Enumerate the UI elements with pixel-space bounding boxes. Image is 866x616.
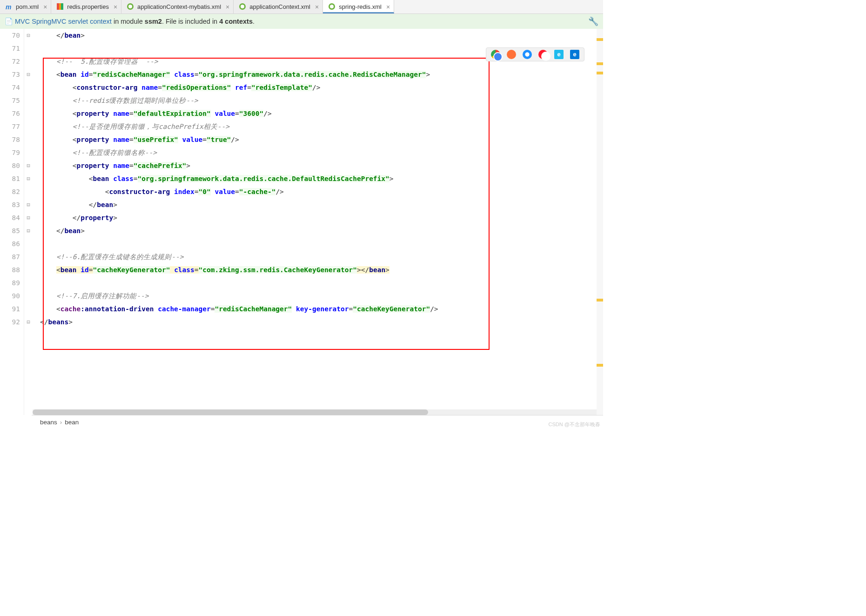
line-number: 87 bbox=[0, 250, 20, 263]
code-line[interactable] bbox=[40, 276, 603, 289]
fold-toggle bbox=[24, 302, 33, 315]
close-icon[interactable]: × bbox=[386, 3, 390, 11]
fold-toggle[interactable]: ⊟ bbox=[24, 198, 33, 211]
chrome-icon[interactable] bbox=[491, 50, 500, 59]
fold-toggle[interactable]: ⊟ bbox=[24, 159, 33, 172]
line-number: 83 bbox=[0, 198, 20, 211]
code-editor[interactable]: 7071727374757677787980818283848586878889… bbox=[0, 29, 603, 415]
close-icon[interactable]: × bbox=[226, 3, 229, 11]
tab-label: pom.xml bbox=[16, 3, 39, 10]
fold-toggle bbox=[24, 250, 33, 263]
code-line[interactable]: <!--是否使用缓存前缀，与cachePrefix相关--> bbox=[40, 120, 603, 133]
code-line[interactable]: <constructor-arg index="0" value="-cache… bbox=[40, 185, 603, 198]
code-content[interactable]: </bean> <!-- 5.配置缓存管理器 --> <bean id="red… bbox=[33, 29, 603, 415]
stripe-mark[interactable] bbox=[597, 38, 603, 41]
fold-toggle bbox=[24, 107, 33, 120]
code-line[interactable]: </bean> bbox=[40, 198, 603, 211]
line-number: 81 bbox=[0, 172, 20, 185]
line-number: 88 bbox=[0, 263, 20, 276]
open-in-browser-toolbar: ee bbox=[486, 47, 584, 61]
context-link[interactable]: MVC SpringMVC servlet context bbox=[15, 18, 112, 25]
code-line[interactable]: <property name="usePrefix" value="true"/… bbox=[40, 133, 603, 146]
code-line[interactable]: <!--6.配置缓存生成键名的生成规则--> bbox=[40, 250, 603, 263]
code-line[interactable]: <property name="defaultExpiration" value… bbox=[40, 107, 603, 120]
code-line[interactable]: <cache:annotation-driven cache-manager="… bbox=[40, 302, 603, 315]
code-line[interactable]: </bean> bbox=[40, 29, 603, 42]
editor-tab[interactable]: redis.properties× bbox=[51, 0, 121, 13]
scrollbar-thumb[interactable] bbox=[33, 409, 428, 415]
file-type-icon bbox=[329, 3, 336, 11]
wrench-icon[interactable]: 🔧 bbox=[588, 16, 598, 27]
tab-label: spring-redis.xml bbox=[339, 3, 382, 10]
stripe-mark[interactable] bbox=[597, 72, 603, 74]
opera-icon[interactable] bbox=[538, 50, 548, 59]
fold-toggle bbox=[24, 55, 33, 68]
line-number: 84 bbox=[0, 211, 20, 224]
stripe-mark[interactable] bbox=[597, 299, 603, 301]
code-line[interactable]: </beans> bbox=[40, 315, 603, 328]
file-type-icon: m bbox=[6, 3, 13, 11]
fold-gutter[interactable]: ⊟⊟⊟⊟⊟⊟⊟⊟ bbox=[24, 29, 33, 415]
fold-toggle bbox=[24, 133, 33, 146]
code-line[interactable]: </bean> bbox=[40, 224, 603, 237]
file-type-icon bbox=[239, 3, 247, 11]
safari-icon[interactable] bbox=[523, 50, 532, 59]
fold-toggle bbox=[24, 289, 33, 302]
line-number-gutter: 7071727374757677787980818283848586878889… bbox=[0, 29, 24, 415]
fold-toggle bbox=[24, 81, 33, 94]
code-line[interactable]: <property name="cachePrefix"> bbox=[40, 159, 603, 172]
code-line[interactable]: <!--配置缓存前缀名称--> bbox=[40, 146, 603, 159]
stripe-mark[interactable] bbox=[597, 62, 603, 65]
fold-toggle[interactable]: ⊟ bbox=[24, 68, 33, 81]
error-stripe[interactable] bbox=[597, 29, 603, 415]
fold-toggle[interactable]: ⊟ bbox=[24, 224, 33, 237]
code-line[interactable]: <!--redis缓存数据过期时间单位秒--> bbox=[40, 94, 603, 107]
structure-breadcrumb[interactable]: beans›bean bbox=[32, 415, 603, 429]
line-number: 75 bbox=[0, 94, 20, 107]
line-number: 90 bbox=[0, 289, 20, 302]
fold-toggle bbox=[24, 42, 33, 55]
code-line[interactable]: <bean id="redisCacheManager" class="org.… bbox=[40, 68, 603, 81]
line-number: 71 bbox=[0, 42, 20, 55]
fold-toggle bbox=[24, 146, 33, 159]
code-line[interactable]: <constructor-arg name="redisOperations" … bbox=[40, 81, 603, 94]
line-number: 70 bbox=[0, 29, 20, 42]
firefox-icon[interactable] bbox=[507, 50, 516, 59]
editor-tab-bar: mpom.xml×redis.properties×applicationCon… bbox=[0, 0, 603, 14]
line-number: 76 bbox=[0, 107, 20, 120]
code-line[interactable]: </property> bbox=[40, 211, 603, 224]
line-number: 78 bbox=[0, 133, 20, 146]
fold-toggle[interactable]: ⊟ bbox=[24, 315, 33, 328]
code-line[interactable]: <bean id="cacheKeyGenerator" class="com.… bbox=[40, 263, 603, 276]
stripe-mark[interactable] bbox=[597, 364, 603, 367]
editor-tab[interactable]: applicationContext-mybatis.xml× bbox=[121, 0, 234, 13]
close-icon[interactable]: × bbox=[315, 3, 319, 11]
tab-label: applicationContext-mybatis.xml bbox=[137, 3, 221, 10]
chevron-right-icon: › bbox=[60, 419, 62, 426]
fold-toggle bbox=[24, 237, 33, 250]
file-type-icon bbox=[57, 3, 64, 11]
line-number: 89 bbox=[0, 276, 20, 289]
fold-toggle[interactable]: ⊟ bbox=[24, 172, 33, 185]
fold-toggle bbox=[24, 94, 33, 107]
breadcrumb-item[interactable]: bean bbox=[65, 419, 79, 426]
edge-icon[interactable]: e bbox=[570, 50, 579, 59]
breadcrumb-item[interactable]: beans bbox=[40, 419, 57, 426]
editor-tab[interactable]: spring-redis.xml× bbox=[323, 0, 394, 13]
code-line[interactable] bbox=[40, 237, 603, 250]
horizontal-scrollbar[interactable] bbox=[33, 409, 597, 415]
editor-tab[interactable]: applicationContext.xml× bbox=[234, 0, 323, 13]
line-number: 77 bbox=[0, 120, 20, 133]
fold-toggle[interactable]: ⊟ bbox=[24, 29, 33, 42]
close-icon[interactable]: × bbox=[114, 3, 117, 11]
code-line[interactable]: <bean class="org.springframework.data.re… bbox=[40, 172, 603, 185]
editor-tab[interactable]: mpom.xml× bbox=[0, 0, 51, 13]
line-number: 86 bbox=[0, 237, 20, 250]
close-icon[interactable]: × bbox=[43, 3, 47, 11]
fold-toggle[interactable]: ⊟ bbox=[24, 211, 33, 224]
code-line[interactable]: <!--7.启用缓存注解功能--> bbox=[40, 289, 603, 302]
ie-icon[interactable]: e bbox=[554, 50, 564, 59]
file-type-icon bbox=[127, 3, 134, 11]
file-icon: 📄 bbox=[5, 18, 13, 26]
line-number: 85 bbox=[0, 224, 20, 237]
